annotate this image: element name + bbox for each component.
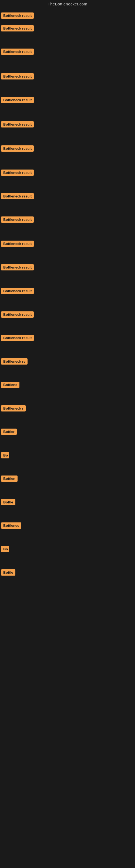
result-row: Bottleneck result (0, 144, 135, 154)
result-row: Bottleneck result (0, 120, 135, 130)
bottleneck-badge[interactable]: Bottleneck result (1, 25, 34, 31)
result-row: Bottleneck result (0, 262, 135, 273)
bottleneck-badge[interactable]: Bottler (1, 429, 17, 435)
result-row: Bo (0, 545, 135, 555)
bottleneck-badge[interactable]: Bottleneck result (1, 311, 34, 318)
result-row: Bottleneck r (0, 404, 135, 414)
result-row: Bottler (0, 427, 135, 437)
result-row: Bottleneck result (0, 72, 135, 82)
bottleneck-badge[interactable]: Bottleneck result (1, 169, 34, 176)
bottleneck-badge[interactable]: Bottleneck result (1, 335, 34, 341)
result-row: Bottleneck result (0, 310, 135, 320)
result-row: Bottlen (0, 474, 135, 485)
bottleneck-badge[interactable]: Bo (1, 546, 9, 552)
page-wrapper: TheBottlenecker.com Bottleneck resultBot… (0, 0, 135, 868)
result-row: Bottleneck result (0, 286, 135, 297)
result-row: Bottleneck result (0, 11, 135, 22)
result-row: Bottle (0, 497, 135, 508)
bottleneck-badge[interactable]: Bottlen (1, 475, 17, 482)
bottleneck-badge[interactable]: Bottleneck result (1, 288, 34, 294)
result-row: Bottleneck result (0, 191, 135, 202)
bottleneck-badge[interactable]: Bottleneck result (1, 49, 34, 55)
result-row: Bottleneck result (0, 95, 135, 106)
bottleneck-badge[interactable]: Bottleneck result (1, 216, 34, 223)
result-row: Bottleneck result (0, 47, 135, 58)
result-row: Bottleneck result (0, 168, 135, 179)
bottleneck-badge[interactable]: Bottleneck result (1, 145, 34, 152)
result-row: Bottleneck result (0, 215, 135, 225)
bottleneck-badge[interactable]: Bottle (1, 499, 15, 505)
bottleneck-badge[interactable]: Bottle (1, 569, 15, 576)
result-row: Bottlenec (0, 521, 135, 531)
result-row: Bottleneck re (0, 357, 135, 367)
bottleneck-badge[interactable]: Bottlene (1, 382, 19, 388)
bottleneck-badge[interactable]: Bottleneck re (1, 358, 28, 365)
result-row: Bottleneck result (0, 333, 135, 344)
site-title: TheBottlenecker.com (0, 0, 135, 9)
result-row: Bottleneck result (0, 239, 135, 250)
result-row: Bottleneck result (0, 24, 135, 34)
bottleneck-badge[interactable]: Bo (1, 452, 9, 458)
bottleneck-badge[interactable]: Bottleneck result (1, 264, 34, 271)
bottleneck-badge[interactable]: Bottleneck result (1, 97, 34, 103)
result-row: Bo (0, 451, 135, 461)
bottleneck-badge[interactable]: Bottleneck result (1, 193, 34, 199)
result-row: Bottlene (0, 380, 135, 391)
bottleneck-badge[interactable]: Bottleneck r (1, 405, 26, 411)
bottleneck-badge[interactable]: Bottleneck result (1, 121, 34, 127)
bottleneck-badge[interactable]: Bottleneck result (1, 12, 34, 19)
bottleneck-badge[interactable]: Bottleneck result (1, 73, 34, 80)
bottleneck-badge[interactable]: Bottlenec (1, 522, 21, 529)
bottleneck-badge[interactable]: Bottleneck result (1, 241, 34, 247)
result-row: Bottle (0, 568, 135, 578)
